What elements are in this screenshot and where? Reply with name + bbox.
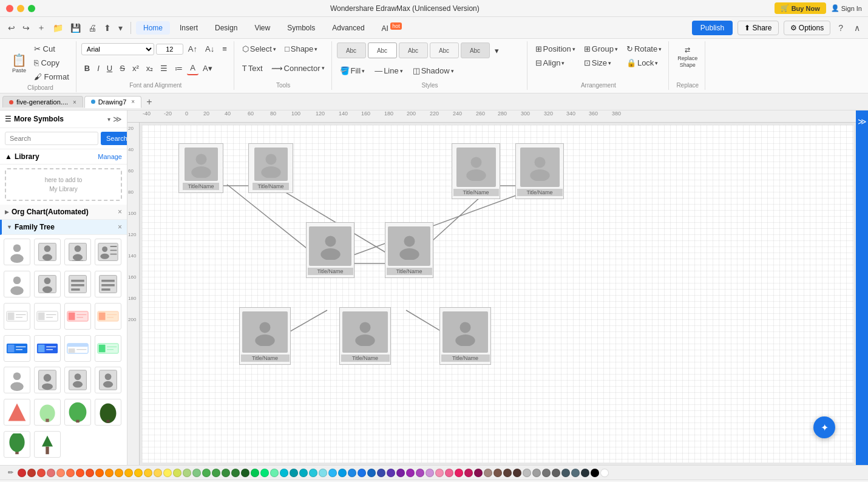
- symbol-item-3[interactable]: [95, 239, 121, 265]
- ft-node-7[interactable]: Title/Name: [239, 307, 291, 365]
- color-swatch[interactable]: [222, 469, 230, 477]
- style-thumb-3[interactable]: Abc: [399, 42, 428, 58]
- symbol-item-0[interactable]: [4, 239, 30, 265]
- symbol-item-9[interactable]: [34, 303, 61, 330]
- group-button[interactable]: ⊞ Group: [581, 42, 621, 55]
- line-button[interactable]: — Line: [371, 64, 406, 77]
- color-swatch[interactable]: [95, 469, 104, 477]
- symbol-item-tree-2[interactable]: [34, 399, 61, 426]
- ft-node-2[interactable]: Title/Name: [248, 143, 293, 193]
- copy-button[interactable]: ⎘ Copy: [31, 56, 72, 69]
- color-swatch[interactable]: [290, 469, 298, 477]
- symbol-item-7[interactable]: [95, 271, 121, 297]
- symbol-item-2[interactable]: [64, 239, 91, 265]
- subscript-button[interactable]: x₂: [143, 62, 157, 75]
- color-swatch[interactable]: [27, 469, 36, 477]
- color-swatch[interactable]: [455, 469, 463, 477]
- shadow-button[interactable]: ◫ Shadow: [410, 64, 457, 77]
- drawing-canvas[interactable]: Title/Name Title/Name Title/Name: [142, 125, 853, 463]
- search-button[interactable]: Search: [101, 132, 127, 145]
- color-swatch[interactable]: [241, 469, 249, 477]
- underline-button[interactable]: U: [104, 62, 115, 75]
- bullet-list-button[interactable]: ☰: [157, 62, 171, 75]
- color-swatch[interactable]: [37, 469, 46, 477]
- close-window-button[interactable]: [6, 5, 13, 12]
- strikethrough-button[interactable]: S: [117, 62, 128, 75]
- family-tree-section-header[interactable]: ▼ Family Tree ×: [0, 220, 127, 235]
- color-swatch[interactable]: [581, 469, 589, 477]
- color-swatch[interactable]: [591, 469, 599, 477]
- italic-button[interactable]: I: [94, 62, 103, 75]
- connector-tool-button[interactable]: ⟿ Connector: [268, 62, 328, 75]
- ft-node-8[interactable]: Title/Name: [339, 307, 391, 365]
- color-swatch[interactable]: [367, 469, 376, 477]
- color-swatch[interactable]: [202, 469, 211, 477]
- tab-close-1[interactable]: ×: [131, 98, 135, 105]
- cut-button[interactable]: ✂ Cut: [31, 42, 72, 55]
- color-swatch[interactable]: [56, 469, 65, 477]
- color-swatch[interactable]: [163, 469, 172, 477]
- rotate-button[interactable]: ↻ Rotate: [623, 42, 665, 55]
- color-swatch[interactable]: [134, 469, 143, 477]
- library-expand-icon[interactable]: ▲: [5, 152, 12, 161]
- color-swatch[interactable]: [435, 469, 444, 477]
- export-button[interactable]: ⬆: [101, 21, 114, 35]
- color-swatch[interactable]: [66, 469, 75, 477]
- symbol-item-tree-1[interactable]: [4, 399, 30, 426]
- fill-button[interactable]: 🪣 Fill: [337, 64, 368, 77]
- redo-button[interactable]: ↪: [19, 21, 33, 35]
- style-thumb-4[interactable]: Abc: [430, 42, 459, 58]
- color-swatch[interactable]: [348, 469, 356, 477]
- color-swatch[interactable]: [251, 469, 259, 477]
- add-tab-button[interactable]: +: [143, 97, 155, 107]
- buy-now-button[interactable]: 🛒 Buy Now: [775, 2, 826, 14]
- color-swatch[interactable]: [192, 469, 201, 477]
- color-swatch[interactable]: [115, 469, 123, 477]
- style-thumb-5[interactable]: Abc: [461, 42, 490, 58]
- panel-collapse-button[interactable]: ≫: [113, 114, 122, 124]
- shape-tool-button[interactable]: □ Shape: [282, 42, 320, 55]
- color-swatch[interactable]: [416, 469, 424, 477]
- symbol-item-12[interactable]: [4, 335, 30, 362]
- color-swatch[interactable]: [571, 469, 580, 477]
- size-button[interactable]: ⊡ Size: [581, 56, 621, 69]
- help-button[interactable]: ?: [835, 21, 846, 35]
- color-swatch[interactable]: [387, 469, 395, 477]
- style-thumb-2[interactable]: Abc: [368, 42, 397, 58]
- right-panel-icon[interactable]: ≫: [858, 117, 867, 126]
- color-swatch[interactable]: [124, 469, 133, 477]
- collapse-ribbon-button[interactable]: ∧: [851, 21, 863, 35]
- symbol-item-tree-3[interactable]: [64, 399, 91, 426]
- open-button[interactable]: 📁: [50, 21, 66, 35]
- sign-in-button[interactable]: 👤 Sign In: [831, 4, 862, 12]
- color-swatch[interactable]: [105, 469, 114, 477]
- menu-symbols[interactable]: Symbols: [280, 21, 322, 35]
- color-swatch[interactable]: [212, 469, 220, 477]
- color-swatch[interactable]: [484, 469, 492, 477]
- color-swatch[interactable]: [600, 469, 609, 477]
- color-swatch[interactable]: [406, 469, 415, 477]
- color-swatch[interactable]: [426, 469, 434, 477]
- org-chart-section-header[interactable]: ▶ Org Chart(Automated) ×: [0, 205, 127, 220]
- more-styles-button[interactable]: ▾: [492, 44, 502, 57]
- symbol-item-tree-6[interactable]: [34, 431, 61, 458]
- menu-insert[interactable]: Insert: [172, 21, 205, 35]
- share-button[interactable]: ⬆ Share: [737, 21, 778, 35]
- font-size-input[interactable]: [156, 44, 183, 55]
- color-swatch[interactable]: [280, 469, 288, 477]
- print-button[interactable]: 🖨: [85, 21, 100, 35]
- file-tab-1[interactable]: Drawing7 ×: [84, 96, 141, 108]
- symbol-item-19[interactable]: [95, 367, 121, 393]
- align-button[interactable]: ⊟ Align: [532, 56, 578, 69]
- format-paint-button[interactable]: 🖌 Format: [31, 70, 72, 83]
- superscript-button[interactable]: x²: [129, 62, 142, 75]
- color-swatch[interactable]: [532, 469, 541, 477]
- symbol-item-tree-4[interactable]: [95, 399, 121, 426]
- more-list-button[interactable]: ≔: [172, 62, 186, 75]
- color-swatch[interactable]: [144, 469, 152, 477]
- maximize-window-button[interactable]: [28, 5, 35, 12]
- ft-node-4[interactable]: Title/Name: [515, 143, 564, 199]
- color-swatch[interactable]: [309, 469, 317, 477]
- manage-link[interactable]: Manage: [98, 153, 122, 160]
- symbol-item-tree-5[interactable]: [4, 431, 30, 458]
